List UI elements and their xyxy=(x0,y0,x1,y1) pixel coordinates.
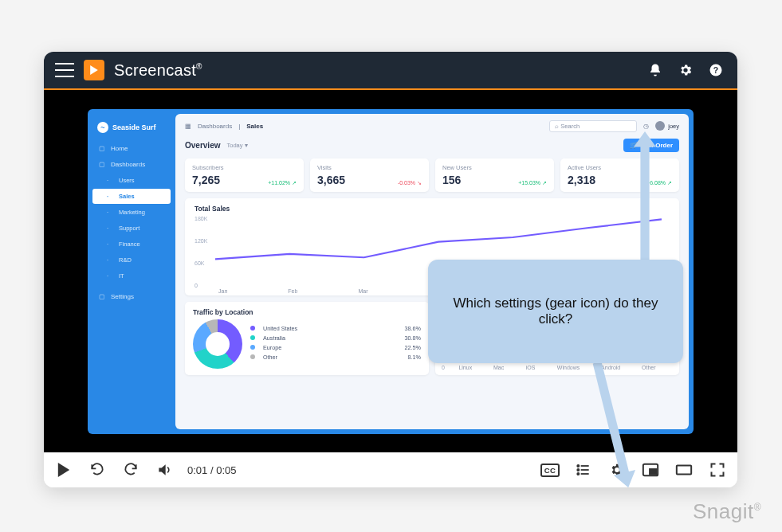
dashboard-brand: ~ Seaside Surf xyxy=(92,119,171,141)
kpi-card: Active Users2,318+6.08% ↗ xyxy=(560,158,679,192)
app-topbar: Screencast® ? xyxy=(44,52,737,88)
svg-rect-9 xyxy=(650,469,656,474)
clock-icon: ◷ xyxy=(643,123,649,130)
user-chip[interactable]: joey xyxy=(655,121,679,131)
bell-icon[interactable] xyxy=(645,60,666,80)
dashboard-sidebar: ~ Seaside Surf ▢Home▢Dashboards·Users·Sa… xyxy=(88,114,175,429)
kpi-card: New Users156+15.03% ↗ xyxy=(435,158,554,192)
avatar xyxy=(655,121,665,131)
svg-point-5 xyxy=(577,465,579,467)
snagit-watermark: Snagit® xyxy=(693,499,761,524)
video-viewport: ~ Seaside Surf ▢Home▢Dashboards·Users·Sa… xyxy=(44,88,737,452)
fullscreen-button[interactable] xyxy=(707,460,728,480)
brand-name: Screencast® xyxy=(114,61,202,80)
sidebar-item[interactable]: ▢Dashboards xyxy=(92,157,171,172)
search-input[interactable]: ⌕ Search xyxy=(549,120,637,132)
picture-in-picture-button[interactable] xyxy=(640,460,661,480)
kpi-row: Subscribers7,265+11.02% ↗Visits3,665-0.0… xyxy=(185,158,679,192)
overview-header: Overview Today ▾ 🛒 New Order xyxy=(185,139,679,152)
playback-time: 0:01 / 0:05 xyxy=(187,464,236,476)
play-button[interactable] xyxy=(53,460,74,480)
donut-chart xyxy=(193,319,242,369)
svg-rect-10 xyxy=(677,466,691,475)
menu-icon[interactable] xyxy=(55,63,74,77)
kpi-card: Subscribers7,265+11.02% ↗ xyxy=(185,158,304,192)
brand-logo-icon xyxy=(84,60,104,80)
forward-button[interactable] xyxy=(120,460,141,480)
kpi-card: Visits3,665-0.03% ↘ xyxy=(310,158,429,192)
sidebar-item[interactable]: ·Finance xyxy=(92,237,171,252)
wave-icon: ~ xyxy=(97,122,108,133)
sidebar-item[interactable]: ·Marketing xyxy=(92,205,171,220)
chapters-button[interactable] xyxy=(573,460,594,480)
sidebar-item[interactable]: ·R&D xyxy=(92,252,171,268)
svg-text:?: ? xyxy=(713,65,718,75)
annotation-callout: Which settings (gear icon) do they click… xyxy=(428,260,683,363)
help-icon[interactable]: ? xyxy=(705,60,726,80)
svg-point-7 xyxy=(577,473,579,475)
video-player: Screencast® ? ~ Seaside Surf ▢Home▢Dashb… xyxy=(44,52,737,487)
captions-button[interactable]: CC xyxy=(540,460,560,480)
sidebar-item[interactable]: ·Support xyxy=(92,221,171,236)
svg-point-6 xyxy=(577,469,579,471)
gear-icon[interactable] xyxy=(675,60,696,80)
volume-button[interactable] xyxy=(154,460,175,480)
sidebar-item[interactable]: ·IT xyxy=(92,268,171,284)
sidebar-item[interactable]: ▢Settings xyxy=(92,289,171,304)
sidebar-item[interactable]: ▢Home xyxy=(92,141,171,156)
sidebar-item[interactable]: ·Users xyxy=(92,173,171,188)
theater-mode-button[interactable] xyxy=(674,460,694,480)
traffic-by-location-chart: Traffic by Location United States38.6%Au… xyxy=(185,302,429,375)
rewind-button[interactable] xyxy=(87,460,108,480)
dashboard-breadcrumb: ▦ Dashboards | Sales ⌕ Search ◷ joey xyxy=(185,120,679,132)
playback-controls: 0:01 / 0:05 CC xyxy=(44,452,737,487)
sidebar-item[interactable]: ·Sales xyxy=(92,189,171,204)
